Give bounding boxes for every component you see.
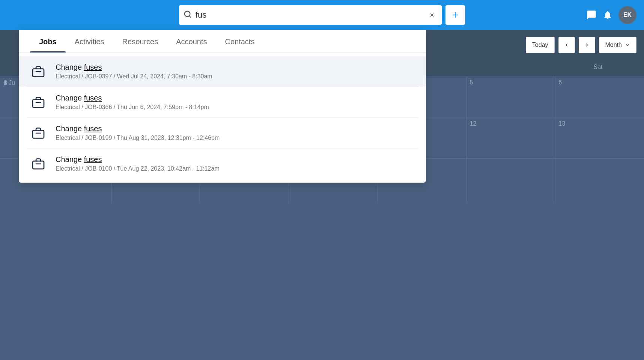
avatar[interactable]: EK: [618, 6, 636, 24]
result-item-2[interactable]: Change fuses Electrical / JOB-0366 / Thu…: [19, 87, 426, 117]
result-subtitle-2: Electrical / JOB-0366 / Thu Jun 6, 2024,…: [56, 104, 415, 111]
tab-activities[interactable]: Activities: [66, 30, 113, 52]
header: × + EK: [0, 0, 644, 30]
search-tabs: Jobs Activities Resources Accounts Conta…: [19, 30, 426, 52]
result-title-prefix-2: Change: [56, 94, 84, 102]
cal-cell-5[interactable]: 5: [467, 76, 556, 117]
col-header-sat: Sat: [552, 60, 644, 76]
cal-cell-13[interactable]: 13: [555, 117, 644, 158]
result-subtitle-4: Electrical / JOB-0100 / Tue Aug 22, 2023…: [56, 165, 415, 172]
result-title-2: Change fuses: [56, 94, 415, 102]
result-content-2: Change fuses Electrical / JOB-0366 / Thu…: [56, 94, 415, 111]
result-title-1: Change fuses: [56, 63, 415, 72]
search-dropdown: Jobs Activities Resources Accounts Conta…: [19, 30, 426, 183]
month-label: Month: [605, 42, 622, 48]
header-right: EK: [586, 6, 636, 24]
cal-date-13: 13: [558, 120, 565, 127]
chat-icon-button[interactable]: [586, 10, 597, 20]
result-title-highlight-1: fuses: [84, 63, 102, 71]
result-title-highlight-4: fuses: [84, 155, 102, 164]
tab-jobs[interactable]: Jobs: [30, 30, 66, 52]
result-title-prefix-3: Change: [56, 124, 84, 133]
svg-line-1: [189, 16, 191, 17]
result-item-1[interactable]: Change fuses Electrical / JOB-0397 / Wed…: [19, 56, 426, 87]
cal-cell-12[interactable]: 12: [467, 117, 556, 158]
search-box: ×: [179, 5, 442, 25]
result-title-3: Change fuses: [56, 124, 415, 133]
cal-cell[interactable]: [555, 159, 644, 203]
result-title-4: Change fuses: [56, 155, 415, 164]
notification-icon-button[interactable]: [603, 10, 612, 20]
search-clear-button[interactable]: ×: [427, 10, 437, 20]
tab-resources[interactable]: Resources: [113, 30, 167, 52]
tab-accounts[interactable]: Accounts: [167, 30, 216, 52]
prev-nav-button[interactable]: [558, 37, 575, 53]
cal-date-5: 5: [470, 79, 473, 86]
cal-cell[interactable]: [467, 159, 556, 203]
result-icon-4: [30, 156, 47, 172]
search-input[interactable]: [196, 10, 423, 20]
result-title-prefix-4: Change: [56, 155, 84, 164]
svg-rect-5: [33, 99, 44, 107]
result-title-prefix-1: Change: [56, 63, 84, 71]
cal-date-12: 12: [470, 120, 477, 127]
svg-rect-7: [33, 130, 44, 138]
result-content-1: Change fuses Electrical / JOB-0397 / Wed…: [56, 63, 415, 80]
result-title-highlight-2: fuses: [84, 94, 102, 102]
tab-contacts[interactable]: Contacts: [216, 30, 263, 52]
result-item-4[interactable]: Change fuses Electrical / JOB-0100 / Tue…: [19, 148, 426, 179]
results-list: Change fuses Electrical / JOB-0397 / Wed…: [19, 52, 426, 183]
result-content-3: Change fuses Electrical / JOB-0199 / Thu…: [56, 124, 415, 141]
cal-date-6: 6: [558, 79, 562, 86]
search-icon: [184, 10, 192, 20]
month-view-button[interactable]: Month: [599, 37, 636, 53]
result-content-4: Change fuses Electrical / JOB-0100 / Tue…: [56, 155, 415, 172]
result-subtitle-3: Electrical / JOB-0199 / Thu Aug 31, 2023…: [56, 135, 415, 141]
search-container: × +: [179, 5, 465, 25]
next-nav-button[interactable]: [579, 37, 595, 53]
left-week-num-2: 8: [4, 80, 7, 86]
result-subtitle-1: Electrical / JOB-0397 / Wed Jul 24, 2024…: [56, 73, 415, 80]
result-item-3[interactable]: Change fuses Electrical / JOB-0199 / Thu…: [19, 118, 426, 148]
add-button[interactable]: +: [445, 5, 465, 25]
result-icon-3: [30, 125, 47, 141]
today-button[interactable]: Today: [526, 37, 555, 53]
svg-rect-2: [33, 69, 44, 76]
svg-rect-9: [33, 161, 44, 169]
col-header-fri: [460, 60, 552, 76]
result-title-highlight-3: fuses: [84, 124, 102, 133]
result-icon-1: [30, 63, 47, 80]
result-icon-2: [30, 94, 47, 111]
cal-cell-6[interactable]: 6: [555, 76, 644, 117]
